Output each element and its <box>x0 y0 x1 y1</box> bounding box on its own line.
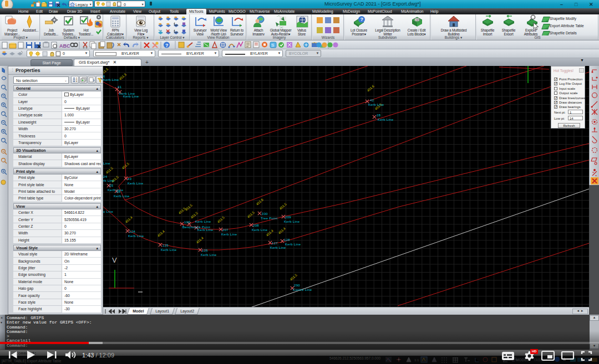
svg-text:125: 125 <box>163 244 169 247</box>
svg-text:127: 127 <box>272 242 278 245</box>
svg-text:Tree Point: Tree Point <box>261 217 277 220</box>
svg-text:Kerb Line: Kerb Line <box>114 194 130 198</box>
svg-text:HH: HH <box>416 18 420 22</box>
svg-text:290: 290 <box>294 284 300 287</box>
svg-text:Kerb Line: Kerb Line <box>252 228 268 232</box>
svg-text:Kerb Line: Kerb Line <box>103 78 119 81</box>
svg-text:128: 128 <box>284 238 290 242</box>
svg-text:S: S <box>271 43 274 48</box>
svg-text:209: 209 <box>285 216 291 219</box>
svg-text:Kerb Line: Kerb Line <box>221 233 237 236</box>
svg-text:Kerb Line: Kerb Line <box>285 243 301 246</box>
svg-text:o Line: o Line <box>103 210 114 213</box>
svg-text:25: 25 <box>109 184 114 187</box>
svg-text:207: 207 <box>222 228 229 232</box>
svg-text:208: 208 <box>253 224 259 227</box>
svg-text:451.5: 451.5 <box>190 211 199 219</box>
svg-text:100: 100 <box>184 221 190 224</box>
svg-text:Kerb Line: Kerb Line <box>197 228 214 232</box>
svg-text:ABC: ABC <box>59 43 70 49</box>
svg-text:Kerb Line: Kerb Line <box>123 95 139 98</box>
svg-text:Kerb Line: Kerb Line <box>270 246 286 249</box>
svg-text:Kerb Line: Kerb Line <box>108 188 124 192</box>
svg-text:Kerb Line: Kerb Line <box>368 103 384 106</box>
svg-text:451.5: 451.5 <box>105 166 114 175</box>
svg-text:43: 43 <box>128 177 132 181</box>
svg-text:451.4: 451.4 <box>278 227 287 235</box>
svg-text:Line: Line <box>103 162 110 165</box>
svg-text:24: 24 <box>103 175 108 178</box>
svg-text:Kerb Line: Kerb Line <box>128 234 144 238</box>
svg-text:Kerb Line: Kerb Line <box>201 253 217 257</box>
svg-text:41: 41 <box>118 85 122 89</box>
svg-text:51.5: 51.5 <box>103 67 109 74</box>
svg-text:?: ? <box>165 43 169 48</box>
svg-text:26: 26 <box>116 190 121 193</box>
svg-text:rb Line: rb Line <box>103 179 115 182</box>
svg-text:?: ? <box>361 17 364 22</box>
svg-text:Kerb Line: Kerb Line <box>378 118 394 121</box>
svg-text:451.5: 451.5 <box>185 203 194 212</box>
svg-text:Kerb Line: Kerb Line <box>161 248 177 252</box>
svg-text:330: 330 <box>262 212 268 216</box>
svg-text:28: 28 <box>377 114 381 117</box>
svg-text:124: 124 <box>129 230 135 233</box>
svg-text:451.6: 451.6 <box>256 198 265 206</box>
svg-text:Kerb Line: Kerb Line <box>195 220 211 223</box>
svg-text:Kerb Line: Kerb Line <box>284 220 300 223</box>
svg-text:126: 126 <box>202 249 208 252</box>
svg-text:42: 42 <box>370 99 374 102</box>
svg-text:Kerb Line: Kerb Line <box>128 182 144 185</box>
svg-text:451.5: 451.5 <box>217 216 226 224</box>
svg-text:Centre Line: Centre Line <box>293 288 312 291</box>
svg-text:V: V <box>112 256 117 264</box>
